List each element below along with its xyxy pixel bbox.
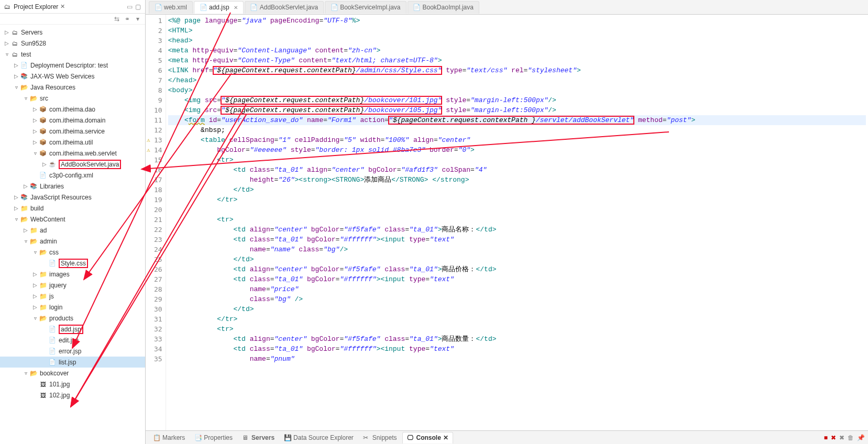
line-number[interactable]: 6 xyxy=(154,65,162,75)
bottom-view-tab[interactable]: ✂Snippets xyxy=(359,432,401,443)
tree-item[interactable]: ▿products xyxy=(0,313,145,324)
twisty-icon[interactable]: ▷ xyxy=(31,293,39,299)
twisty-icon[interactable]: ▷ xyxy=(3,29,10,35)
twisty-icon[interactable]: ▷ xyxy=(31,271,39,277)
line-number[interactable]: 22 xyxy=(154,225,162,235)
twisty-icon[interactable]: ▿ xyxy=(13,216,20,222)
code-line[interactable]: <HTML> xyxy=(168,26,866,36)
twisty-icon[interactable]: ▷ xyxy=(22,183,29,189)
twisty-icon[interactable]: ▷ xyxy=(3,40,10,46)
code-line[interactable]: </td> xyxy=(168,304,866,314)
editor-tab[interactable]: 📄web.xml xyxy=(149,1,193,14)
tree-item[interactable]: ▷build xyxy=(0,203,145,214)
tree-item[interactable]: edit.jsp xyxy=(0,335,145,346)
code-line[interactable]: name="pnum" xyxy=(168,354,866,364)
tree-item[interactable]: ▷Servers xyxy=(0,27,145,38)
line-number[interactable]: 9 xyxy=(154,95,162,105)
twisty-icon[interactable]: ▷ xyxy=(13,205,20,211)
tree-item[interactable]: ▿com.itheima.web.servlet xyxy=(0,148,145,159)
code-line[interactable]: <head> xyxy=(168,36,866,46)
code-area[interactable]: <%@ page language="java" pageEncoding="U… xyxy=(166,15,868,430)
project-tree[interactable]: ▷Servers▷Sun9528▿test▷Deployment Descrip… xyxy=(0,25,145,444)
terminate-icon[interactable]: ■ xyxy=(824,434,828,441)
editor[interactable]: 1234567891011121314151617181920212223242… xyxy=(146,15,868,430)
tree-item[interactable]: ▿test xyxy=(0,49,145,60)
code-line[interactable]: <%@ page language="java" pageEncoding="U… xyxy=(168,16,866,26)
close-icon[interactable]: ✕ xyxy=(443,434,448,441)
tree-item[interactable]: ▷JAX-WS Web Services xyxy=(0,71,145,82)
twisty-icon[interactable]: ▿ xyxy=(31,315,39,321)
code-line[interactable]: <td class="ta_01" bgColor="#ffffff"><inp… xyxy=(168,235,866,245)
close-icon[interactable]: ✕ xyxy=(60,3,65,10)
line-number[interactable]: 20 xyxy=(154,205,162,215)
tree-item[interactable]: ▿bookcover xyxy=(0,368,145,379)
code-line[interactable]: <meta http-equiv="Content-Language" cont… xyxy=(168,46,866,56)
line-number[interactable]: 8 xyxy=(154,85,162,95)
line-number[interactable]: 35 xyxy=(154,354,162,364)
tree-item[interactable]: ▷login xyxy=(0,302,145,313)
view-menu-icon[interactable]: ▾ xyxy=(134,15,142,23)
tree-item[interactable]: list.jsp xyxy=(0,357,145,368)
tree-item[interactable]: 101.jpg xyxy=(0,379,145,390)
code-line[interactable]: name="name" class="bg"/> xyxy=(168,245,866,254)
line-number[interactable]: 11 xyxy=(154,115,162,125)
code-line[interactable]: <tr> xyxy=(168,215,866,225)
code-line[interactable]: <td class="ta_01" bgColor="#ffffff"><inp… xyxy=(168,344,866,354)
line-number[interactable]: 33 xyxy=(154,334,162,344)
twisty-icon[interactable]: ▷ xyxy=(13,73,20,79)
twisty-icon[interactable]: ▿ xyxy=(22,95,29,101)
editor-tab[interactable]: 📄BookServiceImpl.java xyxy=(325,1,406,14)
tree-item[interactable]: ▷js xyxy=(0,291,145,302)
code-line[interactable]: </tr> xyxy=(168,195,866,205)
tree-item[interactable]: ▿admin xyxy=(0,236,145,247)
tree-item[interactable]: ▷com.itheima.service xyxy=(0,126,145,137)
twisty-icon[interactable]: ▿ xyxy=(31,249,39,255)
tree-item[interactable]: add.jsp xyxy=(0,324,145,335)
close-icon[interactable]: ✕ xyxy=(234,5,238,10)
code-line[interactable]: <td class="ta_01" bgColor="#ffffff"><inp… xyxy=(168,274,866,284)
tree-item[interactable]: ▷images xyxy=(0,269,145,280)
code-line[interactable]: <td align="center" bgColor="#f5fafe" cla… xyxy=(168,334,866,344)
bottom-view-tab[interactable]: 🖥Servers xyxy=(238,432,279,443)
code-line[interactable]: <tr> xyxy=(168,324,866,334)
code-line[interactable]: <td align="center" bgColor="#f5fafe" cla… xyxy=(168,225,866,235)
remove-all-icon[interactable]: ✖ xyxy=(839,434,844,441)
code-line[interactable]: <table cellSpacing="1" cellPadding="5" w… xyxy=(168,135,866,145)
twisty-icon[interactable]: ▷ xyxy=(31,128,39,134)
code-line[interactable]: </td> xyxy=(168,185,866,195)
twisty-icon[interactable]: ▷ xyxy=(41,161,48,167)
twisty-icon[interactable]: ▷ xyxy=(31,139,39,145)
twisty-icon[interactable]: ▷ xyxy=(13,62,20,68)
line-number[interactable]: 25 xyxy=(154,254,162,264)
code-line[interactable]: &nbsp; xyxy=(168,125,866,135)
link-editor-icon[interactable]: ⚭ xyxy=(123,15,131,23)
bottom-view-tab[interactable]: 📋Markers xyxy=(149,432,189,443)
line-number[interactable]: 10 xyxy=(154,105,162,115)
clear-console-icon[interactable]: 🗑 xyxy=(848,434,854,441)
tree-item[interactable]: ▷JavaScript Resources xyxy=(0,192,145,203)
line-number[interactable]: 1 xyxy=(154,16,162,26)
line-number[interactable]: 21 xyxy=(154,215,162,225)
code-line[interactable]: height="26"><strong><STRONG>添加商品</STRONG… xyxy=(168,175,866,185)
minimize-icon[interactable]: ▭ xyxy=(125,3,134,11)
tree-item[interactable]: ▷Sun9528 xyxy=(0,38,145,49)
line-number[interactable]: 30 xyxy=(154,304,162,314)
code-line[interactable]: <form id="userAction_save_do" name="Form… xyxy=(168,115,866,125)
bottom-view-tab[interactable]: 🖵Console ✕ xyxy=(402,432,453,443)
twisty-icon[interactable]: ▿ xyxy=(3,51,10,57)
line-number[interactable]: 26 xyxy=(154,264,162,274)
tree-item[interactable]: c3p0-config.xml xyxy=(0,170,145,181)
remove-launch-icon[interactable]: ✖ xyxy=(831,434,836,441)
line-number[interactable]: 29 xyxy=(154,294,162,304)
line-number[interactable]: 2 xyxy=(154,26,162,36)
code-line[interactable]: <LINK href="${pageContext.request.contex… xyxy=(168,65,866,75)
code-line[interactable]: class="bg" /> xyxy=(168,294,866,304)
line-number[interactable]: 13 xyxy=(154,135,162,145)
tree-item[interactable]: ▿css xyxy=(0,247,145,258)
tree-item[interactable]: Style.css xyxy=(0,258,145,269)
line-number[interactable]: 12 xyxy=(154,125,162,135)
tree-item[interactable]: ▷Libraries xyxy=(0,181,145,192)
bottom-view-tab[interactable]: 📑Properties xyxy=(190,432,237,443)
line-number[interactable]: 23 xyxy=(154,235,162,245)
tree-item[interactable]: ▷Deployment Descriptor: test xyxy=(0,60,145,71)
